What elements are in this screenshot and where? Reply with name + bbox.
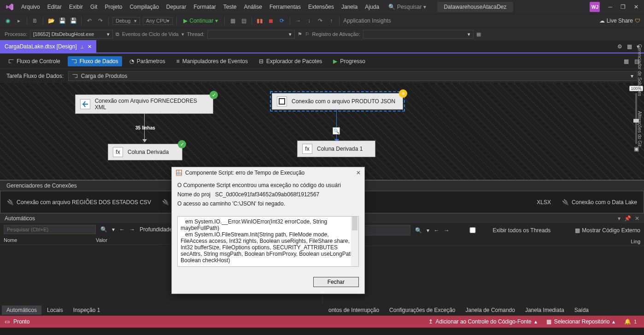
select-repository[interactable]: ▦Selecionar Repositório▴ — [544, 318, 618, 325]
tab-breakpoints[interactable]: ontos de Interrupção — [324, 306, 384, 315]
flag-icon[interactable]: ⚑ — [298, 31, 302, 37]
tab-exception-settings[interactable]: Configurações de Exceção — [385, 306, 460, 315]
menu-git[interactable]: Git — [87, 0, 101, 14]
tab-event-handlers[interactable]: ≡Manipuladores de Eventos — [173, 56, 252, 66]
box-icon[interactable]: ▦ — [627, 43, 632, 50]
tool-icon[interactable]: ▦ — [228, 17, 237, 25]
step-out-icon[interactable]: ↑ — [327, 17, 335, 25]
tab-progress[interactable]: ▶Progresso — [329, 56, 369, 66]
connection-item[interactable]: XLSX — [537, 199, 551, 206]
nav-fwd-icon[interactable]: ▸ — [15, 17, 23, 25]
tab-data-flow[interactable]: ⫎Fluxo de Dados — [68, 56, 122, 66]
window-close-icon[interactable]: ✕ — [634, 4, 638, 10]
tab-parameters[interactable]: ◔Parâmetros — [126, 56, 169, 66]
nav-back-icon[interactable]: ◉ — [4, 17, 12, 25]
data-path-arrow[interactable] — [336, 110, 337, 142]
data-viewer-icon[interactable]: 🔍 — [333, 127, 340, 135]
flag2-icon[interactable]: ⚐ — [305, 31, 310, 37]
close-icon[interactable]: ✕ — [88, 40, 92, 53]
menu-arquivo[interactable]: Arquivo — [18, 0, 44, 14]
output-icon[interactable]: ▭ — [5, 318, 10, 325]
data-flow-canvas[interactable]: Conexão com Arquivo FORNECEDORES XML ✓ C… — [0, 83, 644, 180]
menu-janela[interactable]: Janela — [338, 0, 361, 14]
show-all-threads-checkbox[interactable]: Exibir todos os Threads — [454, 227, 551, 234]
stackframe-combo[interactable]: ▾ — [363, 30, 474, 39]
component-fornecedores-xml[interactable]: Conexão com Arquivo FORNECEDORES XML — [75, 94, 213, 114]
nav-prev-icon[interactable]: ← — [434, 227, 439, 234]
notifications[interactable]: 🔔1 — [621, 318, 639, 325]
add-to-source-control[interactable]: ↥Adicionar ao Controle do Código-Fonte▴ — [426, 318, 540, 325]
search-icon[interactable]: 🔍 — [415, 227, 422, 234]
redo-icon[interactable]: ↷ — [96, 17, 105, 25]
component-derived-column[interactable]: fx Coluna Derivada — [108, 144, 182, 160]
show-external-code-button[interactable]: ▦Mostrar Código Externo — [575, 227, 640, 234]
tab-command-window[interactable]: Janela de Comando — [461, 306, 520, 315]
menu-exibir[interactable]: Exibir — [65, 0, 87, 14]
column-name[interactable]: Nome — [4, 237, 96, 243]
tab-locais[interactable]: Locais — [42, 306, 68, 315]
component-derived-column-1[interactable]: fx Coluna Derivada 1 — [297, 141, 375, 157]
tab-git-changes[interactable]: Alterações do Git — [637, 108, 642, 149]
autos-search-input[interactable] — [4, 225, 96, 234]
dialog-scrollbar[interactable] — [351, 217, 358, 266]
undo-icon[interactable]: ↶ — [85, 17, 94, 25]
view-icon[interactable]: ▦ — [624, 58, 629, 65]
process-combo[interactable]: [18652] DtsDebugHost.exe▾ — [30, 30, 113, 39]
menu-formatar[interactable]: Formatar — [190, 0, 220, 14]
nav-prev-icon[interactable]: ← — [119, 226, 125, 233]
settings-icon[interactable]: ⚙ — [617, 43, 622, 50]
dialog-close-icon[interactable]: ✕ — [356, 170, 361, 176]
step-into-icon[interactable]: ↓ — [305, 17, 313, 25]
new-item-icon[interactable]: 🗎 — [31, 17, 39, 25]
menu-search[interactable]: 🔍 Pesquisar ▾ — [388, 4, 426, 10]
solution-name[interactable]: DatawarehouseAtacaDez — [437, 2, 513, 12]
connection-item[interactable]: 🔌Conexão com arquivo REGIÕES DOS ESTADOS… — [7, 199, 151, 206]
connection-item[interactable]: 🔌Conexão com o Data Lake — [562, 199, 637, 206]
flow-combo[interactable]: ⫎ Carga de Produtos ▾ — [68, 71, 638, 81]
menu-editar[interactable]: Editar — [44, 0, 65, 14]
tab-automaticos[interactable]: Automáticos — [2, 306, 41, 315]
tab-package-explorer[interactable]: ⊟Explorador de Pacotes — [255, 56, 326, 66]
menu-analise[interactable]: Análise — [240, 0, 266, 14]
window-restore-icon[interactable]: ❐ — [621, 4, 626, 10]
tab-output[interactable]: Saída — [570, 306, 593, 315]
app-insights-label[interactable]: Application Insights — [343, 18, 391, 24]
dropdown-icon[interactable]: ▾ — [618, 215, 621, 222]
stop-icon[interactable]: ◼ — [267, 17, 275, 25]
open-folder-icon[interactable]: 📂 — [47, 17, 55, 25]
window-minimize-icon[interactable]: ─ — [608, 4, 612, 10]
column-value[interactable]: Valor — [96, 237, 107, 243]
menu-compilacao[interactable]: Compilação — [126, 0, 162, 14]
component-produto-json[interactable]: Conexão com o arquivo PRODUTO JSON — [272, 93, 403, 110]
continue-button[interactable]: ▶Continuar▾ — [181, 18, 221, 24]
pin-icon[interactable]: 📌 — [624, 215, 631, 222]
step-over-icon[interactable]: ↷ — [316, 17, 324, 25]
lifecycle-icon[interactable]: ⧉ — [116, 31, 119, 37]
save-icon[interactable]: 💾 — [58, 17, 66, 25]
tab-solution-explorer[interactable]: Gerenciador de Soluções — [637, 41, 642, 99]
dialog-stacktrace[interactable]: em System.IO.__Error.WinIOError(Int32 er… — [177, 216, 359, 267]
tab-control-flow[interactable]: ⫍Fluxo de Controle — [5, 56, 64, 66]
menu-projeto[interactable]: Projeto — [101, 0, 126, 14]
pause-icon[interactable]: ▮▮ — [256, 17, 264, 25]
configuration-combo[interactable]: Debug▾ — [112, 17, 140, 25]
tab-immediate[interactable]: Janela Imediata — [521, 306, 569, 315]
save-all-icon[interactable]: 💾 — [69, 17, 77, 25]
user-badge[interactable]: WJ — [590, 2, 600, 12]
menu-depurar[interactable]: Depurar — [163, 0, 190, 14]
platform-combo[interactable]: Any CPU▾ — [143, 17, 173, 25]
menu-ferramentas[interactable]: Ferramentas — [266, 0, 304, 14]
restart-icon[interactable]: ⟳ — [278, 17, 286, 25]
pin-icon[interactable]: ⟂ — [81, 40, 84, 53]
column-ling[interactable]: Ling — [622, 239, 640, 244]
dialog-close-button[interactable]: Fechar — [313, 277, 359, 287]
tool-icon[interactable]: ▤ — [240, 17, 248, 25]
document-tab[interactable]: CargaDataLake.dtsx [Design] ⟂ ✕ — [0, 40, 96, 53]
close-icon[interactable]: ✕ — [635, 215, 639, 222]
tool-icon[interactable]: ▦ — [476, 31, 481, 37]
menu-ajuda[interactable]: Ajuda — [361, 0, 383, 14]
live-share-button[interactable]: ☁ Live Share 🛡 — [599, 18, 640, 24]
nav-next-icon[interactable]: → — [129, 226, 135, 233]
tab-inspecao[interactable]: Inspeção 1 — [69, 306, 105, 315]
search-icon[interactable]: 🔍 — [100, 226, 107, 233]
